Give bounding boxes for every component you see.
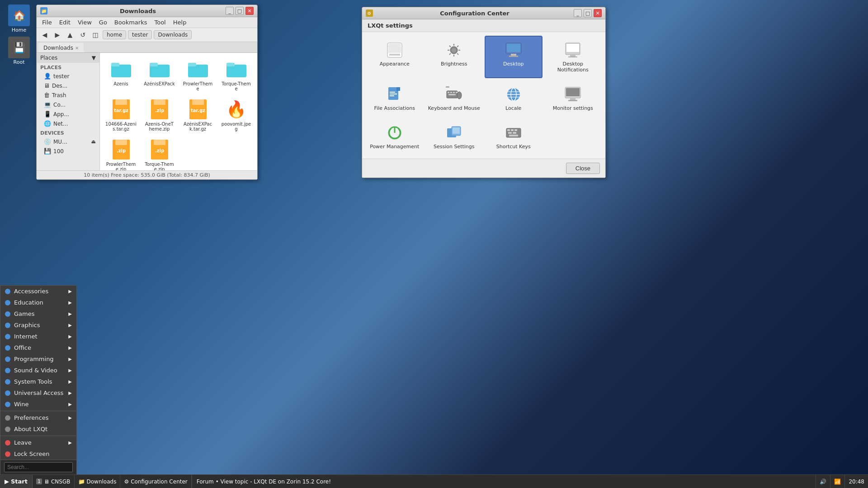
cc-close-button-footer[interactable]: Close [566,163,600,174]
wine-dot [5,402,10,407]
network-tray-icon[interactable]: 📶 [830,475,844,488]
taskbar-item-config[interactable]: ⚙ Configuration Center [120,475,191,488]
cc-item-desktop[interactable]: Desktop [485,36,542,78]
cc-item-power[interactable]: Power Management [366,118,424,155]
menu-item-accessories[interactable]: Accessories ▶ [0,286,76,297]
cc-item-locale[interactable]: Locale [485,80,542,117]
cc-item-shortcuts[interactable]: Shortcut Keys [485,118,542,155]
sidebar-header[interactable]: Places ▼ [37,53,99,63]
back-button[interactable]: ◀ [39,29,50,40]
cc-close-button[interactable]: ✕ [594,9,602,17]
search-input[interactable] [4,462,73,472]
azenis-folder-icon [110,58,132,80]
clock[interactable]: 20:48 [844,475,868,488]
desktop-icon-sidebar: 🖥 [44,82,50,89]
100-icon: 💾 [44,148,51,155]
file-item-torque-theme[interactable]: Torque-Theme [219,56,254,93]
menu-item-education[interactable]: Education ▶ [0,297,76,308]
tab-close-icon[interactable]: ✕ [75,46,79,51]
menu-go[interactable]: Go [95,18,111,27]
menu-divider-2 [0,436,76,436]
menu-item-lock-screen[interactable]: Lock Screen [0,448,76,460]
menu-item-sound-video[interactable]: Sound & Video ▶ [0,365,76,376]
file-item-104666[interactable]: tar.gz 104666-Azenis.tar.gz [104,97,138,133]
cc-item-monitor[interactable]: Monitor settings [544,80,602,117]
sidebar-item-computer[interactable]: 💻 Co... [37,100,99,109]
menu-item-office[interactable]: Office ▶ [0,342,76,353]
sidebar-item-mu[interactable]: 💿 MU... ⏏ [37,137,99,146]
menu-item-about-lxqt[interactable]: About LXQt [0,423,76,435]
cc-item-desktop-notifications[interactable]: Desktop Notifications [544,36,602,78]
desktop-notifications-icon [564,41,582,59]
sidebar-item-trash[interactable]: 🗑 Trash [37,90,99,100]
menu-item-games[interactable]: Games ▶ [0,308,76,319]
taskbar-item-cnsgb[interactable]: 1 🖥 CNSGB [33,475,75,488]
location-home[interactable]: home [103,30,126,39]
up-button[interactable]: ▲ [65,29,75,40]
refresh-button[interactable]: ↺ [77,29,88,40]
svg-rect-49 [390,95,394,96]
menu-item-universal-access[interactable]: Universal Access ▶ [0,387,76,399]
menu-bookmarks[interactable]: Bookmarks [111,18,151,27]
sidebar-item-applications[interactable]: 📱 App... [37,109,99,119]
cc-section-label: LXQt settings [362,19,605,32]
svg-rect-54 [456,92,458,93]
prowler-zip-label: ProwlerTheme.zip [105,162,137,170]
forward-button[interactable]: ▶ [52,29,63,40]
svg-rect-39 [509,56,518,57]
menu-item-graphics[interactable]: Graphics ▶ [0,319,76,331]
desktop-icon-home[interactable]: 🏠 Home [5,5,33,33]
taskbar-item-downloads[interactable]: 📁 Downloads [75,475,121,488]
sidebar-item-desktop[interactable]: 🖥 Des... [37,81,99,90]
window-controls: _ □ ✕ [226,7,254,15]
file-manager-title: Downloads [50,8,226,14]
file-item-prowler-theme[interactable]: ProwlerTheme [180,56,215,93]
file-item-azenis[interactable]: Azenis [104,56,138,93]
games-label: Games [14,310,34,317]
torque-folder-icon [226,58,247,80]
eject-icon[interactable]: ⏏ [91,139,96,145]
cc-item-appearance[interactable]: Appearance [366,36,424,78]
file-item-torque-zip[interactable]: .zip Torque-Theme.zip [142,137,177,170]
desktop-icon-root[interactable]: 💾 Root [5,37,33,65]
menu-view[interactable]: View [74,18,95,27]
sidebar-item-network[interactable]: 🌐 Net... [37,119,99,128]
location-button[interactable]: ◫ [90,29,101,40]
file-item-azenis-one[interactable]: .zip Azenis-OneTheme.zip [142,97,177,133]
menu-item-internet[interactable]: Internet ▶ [0,331,76,342]
close-button[interactable]: ✕ [245,7,254,15]
file-item-azenis-expack-tgz[interactable]: tar.gz AzénisEXPack.tar.gz [180,97,215,133]
cc-item-session[interactable]: Session Settings [425,118,483,155]
taskbar-forum[interactable]: Forum • View topic - LXQt DE on Zorin 15… [192,475,816,488]
preferences-dot [5,415,10,421]
desktop-cc-label: Desktop [503,61,524,67]
minimize-button[interactable]: _ [226,7,234,15]
menu-item-leave[interactable]: Leave ▶ [0,437,76,448]
cc-maximize-button[interactable]: □ [584,9,592,17]
tab-downloads[interactable]: Downloads ✕ [38,43,84,52]
menu-file[interactable]: File [38,18,56,27]
location-tester[interactable]: tester [128,30,152,39]
sidebar-item-100[interactable]: 💾 100 [37,146,99,156]
network-label: Net... [53,121,68,127]
session-icon [445,124,463,142]
cc-item-keyboard-mouse[interactable]: Keyboard and Mouse [425,80,483,117]
menu-edit[interactable]: Edit [56,18,74,27]
menu-help[interactable]: Help [170,18,190,27]
menu-item-wine[interactable]: Wine ▶ [0,399,76,410]
menu-item-preferences[interactable]: Preferences ▶ [0,412,76,423]
cc-item-brightness[interactable]: Brightness [425,36,483,78]
start-button[interactable]: ▶ Start [0,475,33,488]
sidebar-item-tester[interactable]: 👤 tester [37,71,99,81]
location-downloads[interactable]: Downloads [154,30,192,39]
file-item-poovomit[interactable]: 🔥 poovomit.jpeg [219,97,254,133]
menu-item-system-tools[interactable]: System Tools ▶ [0,376,76,387]
menu-item-programming[interactable]: Programming ▶ [0,353,76,365]
file-item-azenis-expack[interactable]: AzénisEXPack [142,56,177,93]
cc-item-file-associations[interactable]: File Associations [366,80,424,117]
menu-tool[interactable]: Tool [151,18,169,27]
maximize-button[interactable]: □ [236,7,244,15]
volume-icon[interactable]: 🔊 [816,475,830,488]
file-item-prowler-zip[interactable]: .zip ProwlerTheme.zip [104,137,138,170]
cc-minimize-button[interactable]: _ [574,9,582,17]
